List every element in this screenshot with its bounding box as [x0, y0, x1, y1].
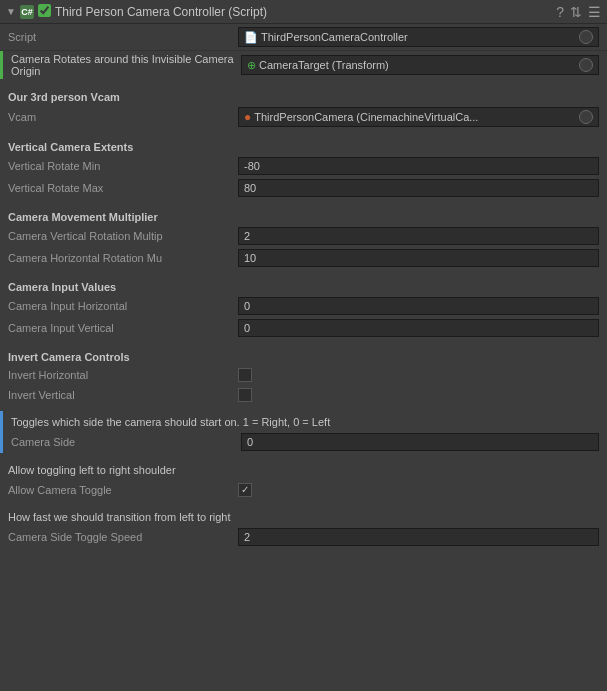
vertical-rotation-row: Camera Vertical Rotation Multip [0, 225, 607, 247]
transition-input[interactable] [238, 528, 599, 546]
rotate-max-label: Vertical Rotate Max [8, 182, 238, 194]
input-horizontal-row: Camera Input Horizontal [0, 295, 607, 317]
camera-origin-select[interactable] [579, 58, 593, 72]
allow-toggle-row: Allow Camera Toggle ✓ [0, 480, 607, 500]
vcam-row: Vcam ● ThirdPersonCamera (CinemachineVir… [0, 105, 607, 129]
header-icons: ? ⇅ ☰ [556, 5, 601, 19]
camera-side-row: Camera Side [3, 431, 607, 453]
horizontal-rotation-row: Camera Horizontal Rotation Mu [0, 247, 607, 269]
menu-icon[interactable]: ☰ [588, 5, 601, 19]
rotate-min-label: Vertical Rotate Min [8, 160, 238, 172]
allow-toggle-description: Allow toggling left to right shoulder [0, 459, 607, 479]
rotate-max-input[interactable] [238, 179, 599, 197]
input-vertical-input[interactable] [238, 319, 599, 337]
input-values-label: Camera Input Values [0, 275, 607, 295]
camera-side-section: Toggles which side the camera should sta… [0, 411, 607, 453]
script-file-icon: 📄 [244, 31, 258, 44]
input-vertical-row: Camera Input Vertical [0, 317, 607, 339]
component-header: ▼ C# Third Person Camera Controller (Scr… [0, 0, 607, 24]
script-row: Script 📄 ThirdPersonCameraController [0, 24, 607, 51]
camera-origin-text: CameraTarget (Transform) [259, 59, 579, 71]
invert-vertical-label: Invert Vertical [8, 389, 238, 401]
camera-origin-label: Camera Rotates around this Invisible Cam… [11, 53, 241, 77]
vcam-icon: ● [244, 110, 251, 124]
settings-icon[interactable]: ⇅ [570, 5, 582, 19]
vcam-label: Vcam [8, 111, 238, 123]
script-label: Script [8, 31, 238, 43]
input-horizontal-label: Camera Input Horizontal [8, 300, 238, 312]
script-value-field[interactable]: 📄 ThirdPersonCameraController [238, 27, 599, 47]
invert-controls-label: Invert Camera Controls [0, 345, 607, 365]
rotate-min-row: Vertical Rotate Min [0, 155, 607, 177]
allow-toggle-section: Allow toggling left to right shoulder Al… [0, 459, 607, 499]
vertical-extents-label: Vertical Camera Extents [0, 135, 607, 155]
script-select-icon[interactable] [579, 30, 593, 44]
transition-label: Camera Side Toggle Speed [8, 531, 238, 543]
vcam-section: Our 3rd person Vcam Vcam ● ThirdPersonCa… [0, 85, 607, 129]
rotate-max-row: Vertical Rotate Max [0, 177, 607, 199]
vertical-rotation-label: Camera Vertical Rotation Multip [8, 230, 238, 242]
input-vertical-label: Camera Input Vertical [8, 322, 238, 334]
input-values-section: Camera Input Values Camera Input Horizon… [0, 275, 607, 339]
vcam-text: ThirdPersonCamera (CinemachineVirtualCa.… [254, 111, 579, 123]
transition-row: Camera Side Toggle Speed [0, 526, 607, 548]
invert-controls-section: Invert Camera Controls Invert Horizontal… [0, 345, 607, 405]
enabled-checkbox[interactable] [38, 4, 51, 19]
horizontal-rotation-label: Camera Horizontal Rotation Mu [8, 252, 238, 264]
invert-vertical-row: Invert Vertical [0, 385, 607, 405]
camera-side-label: Camera Side [11, 436, 241, 448]
vertical-extents-section: Vertical Camera Extents Vertical Rotate … [0, 135, 607, 199]
input-horizontal-input[interactable] [238, 297, 599, 315]
allow-toggle-label: Allow Camera Toggle [8, 484, 238, 496]
rotate-min-input[interactable] [238, 157, 599, 175]
invert-vertical-checkbox[interactable] [238, 388, 252, 402]
vcam-section-label: Our 3rd person Vcam [0, 85, 607, 105]
camera-origin-row: Camera Rotates around this Invisible Cam… [3, 51, 607, 79]
camera-origin-value[interactable]: ⊕ CameraTarget (Transform) [241, 55, 599, 75]
vertical-rotation-input[interactable] [238, 227, 599, 245]
target-icon: ⊕ [247, 59, 256, 72]
invert-horizontal-checkbox[interactable] [238, 368, 252, 382]
allow-toggle-checkbox[interactable]: ✓ [238, 483, 252, 497]
movement-multiplier-section: Camera Movement Multiplier Camera Vertic… [0, 205, 607, 269]
invert-horizontal-row: Invert Horizontal [0, 365, 607, 385]
horizontal-rotation-input[interactable] [238, 249, 599, 267]
movement-multiplier-label: Camera Movement Multiplier [0, 205, 607, 225]
vcam-value[interactable]: ● ThirdPersonCamera (CinemachineVirtualC… [238, 107, 599, 127]
vcam-select[interactable] [579, 110, 593, 124]
camera-side-input[interactable] [241, 433, 599, 451]
invert-horizontal-label: Invert Horizontal [8, 369, 238, 381]
transition-description: How fast we should transition from left … [0, 506, 607, 526]
transition-section: How fast we should transition from left … [0, 506, 607, 548]
camera-origin-section: Camera Rotates around this Invisible Cam… [0, 51, 607, 79]
camera-side-description: Toggles which side the camera should sta… [3, 411, 607, 431]
component-title: Third Person Camera Controller (Script) [55, 5, 552, 19]
help-icon[interactable]: ? [556, 5, 564, 19]
script-icon: C# [20, 5, 34, 19]
script-value-text: ThirdPersonCameraController [261, 31, 579, 43]
fold-icon[interactable]: ▼ [6, 6, 16, 17]
